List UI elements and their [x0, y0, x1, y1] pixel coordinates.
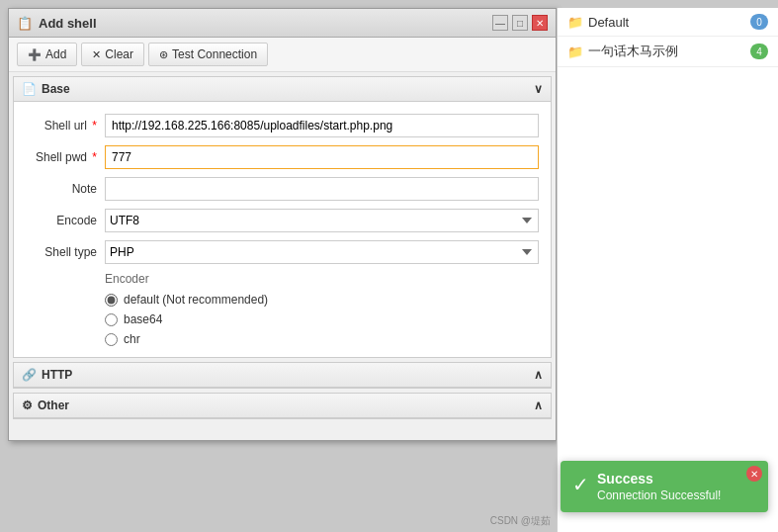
note-label: Note	[26, 182, 105, 196]
encode-label: Encode	[26, 214, 105, 227]
other-section-icon: ⚙	[22, 399, 33, 412]
toolbar: ➕ Add ✕ Clear ⊛ Test Connection	[9, 38, 556, 72]
minimize-button[interactable]: —	[492, 15, 508, 31]
add-icon: ➕	[28, 48, 42, 61]
notification-body: Connection Successful!	[597, 488, 721, 502]
shell-url-required: *	[92, 119, 97, 133]
clear-icon: ✕	[92, 48, 101, 61]
shell-pwd-row: Shell pwd *	[14, 141, 551, 173]
other-section-collapse-icon: ∧	[534, 399, 543, 412]
tree-item-default-icon: 📁	[567, 15, 583, 30]
tree-item-example-icon: 📁	[567, 44, 583, 59]
dialog-title-text: Add shell	[39, 16, 97, 31]
shell-pwd-input[interactable]	[105, 145, 539, 169]
shell-type-row: Shell type PHP ASP ASPX JSP	[14, 236, 551, 268]
test-icon: ⊛	[159, 48, 168, 61]
other-section-label: Other	[38, 399, 69, 412]
shell-url-label: Shell url *	[26, 119, 105, 133]
shell-pwd-label: Shell pwd *	[26, 150, 105, 164]
tree-item-example-label: 一句话木马示例	[588, 43, 678, 60]
http-section: 🔗 HTTP ∧	[13, 362, 552, 389]
tree-item-default-left: 📁 Default	[567, 15, 629, 30]
other-section-header-left: ⚙ Other	[22, 399, 69, 412]
note-input[interactable]	[105, 177, 539, 201]
encoder-chr-radio[interactable]	[105, 333, 118, 346]
shell-type-select[interactable]: PHP ASP ASPX JSP	[105, 240, 539, 264]
tree-item-default-badge: 0	[750, 14, 768, 30]
dialog-content: 📄 Base ∨ Shell url * Shell pwd	[9, 72, 556, 440]
notification-check-icon: ✓	[572, 473, 589, 496]
encoder-chr-row: chr	[14, 329, 551, 349]
shell-url-input[interactable]	[105, 114, 539, 137]
dialog-titlebar: 📋 Add shell — □ ✕	[9, 9, 556, 38]
encode-select[interactable]: UTF8 GBK GB2312 ISO-8859-1	[105, 209, 539, 232]
dialog-title-left: 📋 Add shell	[17, 16, 97, 31]
base-section-icon: 📄	[22, 82, 37, 96]
encode-row: Encode UTF8 GBK GB2312 ISO-8859-1	[14, 205, 551, 236]
encoder-chr-label: chr	[124, 332, 140, 346]
encoder-default-radio[interactable]	[105, 294, 118, 307]
right-panel: 📁 Default 0 📁 一句话木马示例 4	[557, 8, 778, 532]
http-section-icon: 🔗	[22, 368, 37, 382]
shell-url-row: Shell url *	[14, 110, 551, 141]
close-button[interactable]: ✕	[532, 15, 548, 31]
encoder-default-row: default (Not recommended)	[14, 290, 551, 310]
http-section-header-left: 🔗 HTTP	[22, 368, 72, 382]
base-section-header[interactable]: 📄 Base ∨	[14, 77, 551, 102]
dialog-title-icon: 📋	[17, 16, 33, 31]
http-section-header[interactable]: 🔗 HTTP ∧	[14, 363, 551, 388]
base-section: 📄 Base ∨ Shell url * Shell pwd	[13, 76, 552, 358]
add-label: Add	[45, 47, 66, 61]
base-section-collapse-icon: ∨	[534, 82, 543, 96]
encoder-default-label: default (Not recommended)	[124, 293, 268, 307]
encoder-base64-row: base64	[14, 310, 551, 329]
notification-title: Success	[597, 471, 721, 487]
base-section-body: Shell url * Shell pwd * Note	[14, 102, 551, 357]
clear-button[interactable]: ✕ Clear	[81, 43, 144, 66]
shell-type-label: Shell type	[26, 245, 105, 259]
tree-item-example-left: 📁 一句话木马示例	[567, 43, 678, 60]
note-row: Note	[14, 173, 551, 205]
base-section-label: Base	[42, 82, 70, 96]
success-notification: ✕ ✓ Success Connection Successful!	[561, 461, 768, 512]
add-button[interactable]: ➕ Add	[17, 43, 77, 66]
tree-item-example-badge: 4	[750, 44, 768, 59]
tree-item-example[interactable]: 📁 一句话木马示例 4	[558, 37, 778, 67]
tree-item-default-label: Default	[588, 15, 629, 30]
other-section: ⚙ Other ∧	[13, 393, 552, 419]
encoder-label: Encoder	[14, 268, 551, 290]
test-connection-button[interactable]: ⊛ Test Connection	[148, 43, 268, 66]
http-section-collapse-icon: ∧	[534, 368, 543, 382]
test-label: Test Connection	[172, 47, 257, 61]
clear-label: Clear	[105, 47, 133, 61]
encoder-base64-radio[interactable]	[105, 313, 118, 326]
tree-item-default[interactable]: 📁 Default 0	[558, 8, 778, 37]
watermark: CSDN @堤茹	[490, 514, 551, 528]
notification-text: Success Connection Successful!	[597, 471, 721, 502]
maximize-button[interactable]: □	[512, 15, 528, 31]
http-section-label: HTTP	[42, 368, 72, 382]
base-section-header-left: 📄 Base	[22, 82, 70, 96]
dialog-title-controls: — □ ✕	[492, 15, 548, 31]
notification-close-button[interactable]: ✕	[746, 466, 762, 482]
shell-pwd-required: *	[92, 150, 97, 164]
encoder-base64-label: base64	[124, 312, 162, 326]
other-section-header[interactable]: ⚙ Other ∧	[14, 394, 551, 418]
add-shell-dialog: 📋 Add shell — □ ✕ ➕ Add ✕ Clear ⊛ Test C…	[8, 8, 557, 441]
